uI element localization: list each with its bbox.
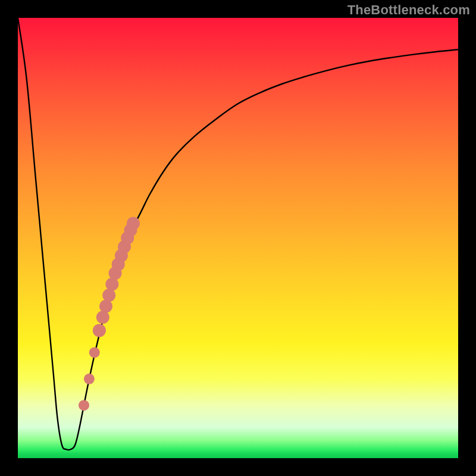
outer-frame: TheBottleneck.com [0, 0, 476, 476]
data-dot [84, 374, 95, 384]
data-dot [79, 400, 89, 411]
data-dot [99, 300, 112, 313]
data-dot [102, 289, 115, 302]
watermark-text: TheBottleneck.com [347, 2, 470, 18]
data-dot [127, 217, 140, 230]
data-dot [93, 324, 106, 337]
chart-svg [18, 18, 458, 458]
data-dot [105, 278, 118, 291]
bottleneck-curve [18, 18, 458, 450]
data-dots [79, 217, 140, 411]
data-dot [89, 347, 100, 358]
data-dot [96, 311, 109, 324]
plot-area [18, 18, 458, 458]
